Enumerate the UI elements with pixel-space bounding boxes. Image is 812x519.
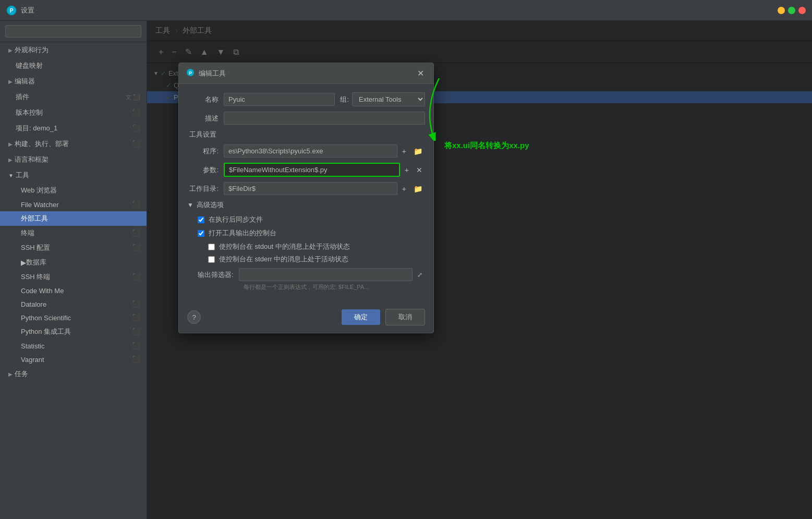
- sidebar-label-vcs: 版本控制: [16, 108, 43, 117]
- sidebar-item-datalore[interactable]: Datalore ⬛: [0, 297, 147, 311]
- sidebar-label-appearance: 外观和行为: [15, 45, 49, 55]
- dialog-logo-icon: P: [186, 68, 195, 78]
- sidebar-item-terminal[interactable]: 终端 ⬛: [0, 226, 147, 240]
- sidebar-item-statistic[interactable]: Statistic ⬛: [0, 339, 147, 353]
- output-filter-input-wrap: ⤢: [239, 268, 425, 281]
- statistic-badge-icon: ⬛: [132, 342, 140, 350]
- sync-files-checkbox[interactable]: [198, 216, 204, 223]
- maximize-button[interactable]: [788, 7, 795, 14]
- sidebar-label-languages: 语言和框架: [15, 155, 49, 164]
- help-button[interactable]: ?: [187, 310, 201, 324]
- stderr-checkbox[interactable]: [208, 256, 215, 263]
- sidebar-label-python-integrated: Python 集成工具: [21, 327, 71, 336]
- group-select-wrap: 组: External Tools: [340, 92, 425, 106]
- expand-arrow-icon: ▶: [8, 141, 13, 147]
- sidebar-label-keymap: 键盘映射: [16, 61, 43, 70]
- sidebar-item-ssh-terminal[interactable]: SSH 终端 ⬛: [0, 270, 147, 284]
- terminal-badge-icon: ⬛: [132, 229, 140, 237]
- name-input[interactable]: [224, 93, 335, 106]
- workdir-label: 工作目录:: [187, 184, 219, 194]
- output-filter-input[interactable]: [239, 268, 413, 281]
- params-add-macro-button[interactable]: +: [402, 164, 411, 176]
- program-add-macro-button[interactable]: +: [399, 146, 409, 157]
- annotation-arrow-icon: [418, 78, 450, 141]
- sidebar-item-plugins[interactable]: 插件 文 ⬛: [0, 89, 147, 105]
- search-input[interactable]: [5, 25, 141, 38]
- group-select[interactable]: External Tools: [352, 92, 425, 106]
- edit-tool-dialog: P 编辑工具 ✕ 名称 组:: [178, 63, 434, 333]
- sidebar-item-web-browser[interactable]: Web 浏览器: [0, 183, 147, 198]
- name-group-row: 名称 组: External Tools: [187, 92, 425, 106]
- dialog-body: 名称 组: External Tools 描述: [179, 84, 433, 304]
- dialog-footer: ? 确定 取消: [179, 304, 433, 333]
- sidebar-label-database: 数据库: [26, 258, 46, 267]
- main-panel: 工具 › 外部工具 + − ✎ ▲ ▼ ⧉ ▼ ✓ External Tools: [147, 21, 812, 519]
- sidebar-item-appearance[interactable]: ▶ 外观和行为: [0, 42, 147, 58]
- sidebar-item-vagrant[interactable]: Vagrant ⬛: [0, 353, 147, 366]
- workdir-row: 工作目录: + 📁: [187, 182, 425, 195]
- expand-arrow-icon: ▶: [8, 79, 13, 85]
- console-label: 打开工具输出的控制台: [209, 228, 276, 238]
- sync-files-label: 在执行后同步文件: [209, 215, 263, 224]
- output-filter-expand-button[interactable]: ⤢: [415, 270, 425, 280]
- sidebar-label-plugins: 插件: [16, 92, 29, 102]
- workdir-add-macro-button[interactable]: +: [399, 183, 409, 195]
- vagrant-badge-icon: ⬛: [132, 355, 140, 364]
- sidebar-label-project: 项目: demo_1: [16, 124, 57, 133]
- output-filter-label: 输出筛选器:: [198, 270, 234, 280]
- desc-input[interactable]: [224, 112, 425, 125]
- sidebar-item-external-tools[interactable]: 外部工具: [0, 211, 147, 226]
- sidebar-label-task: 任务: [15, 369, 28, 379]
- group-label: 组:: [340, 95, 349, 104]
- sidebar-item-code-with-me[interactable]: Code With Me: [0, 284, 147, 297]
- sync-files-row: 在执行后同步文件: [187, 215, 425, 224]
- sidebar-item-keymap[interactable]: 键盘映射: [0, 58, 147, 74]
- expand-arrow-icon: ▶: [8, 371, 13, 377]
- file-watcher-badge-icon: ⬛: [132, 200, 140, 209]
- expand-arrow-icon: ▼: [8, 173, 14, 178]
- params-label: 参数:: [187, 165, 219, 175]
- sidebar-item-file-watcher[interactable]: File Watcher ⬛: [0, 198, 147, 211]
- stdout-row: 使控制台在 stdout 中的消息上处于活动状态: [187, 242, 425, 251]
- minimize-button[interactable]: [778, 7, 785, 14]
- advanced-toggle[interactable]: ▼ 高级选项: [187, 200, 425, 210]
- sidebar-item-vcs[interactable]: 版本控制 ⬛: [0, 105, 147, 120]
- sidebar-item-task[interactable]: ▶ 任务: [0, 366, 147, 382]
- sidebar-label-editor: 编辑器: [15, 77, 35, 86]
- sidebar-label-ssh-config: SSH 配置: [21, 243, 50, 252]
- vcs-badge-icon: ⬛: [132, 108, 140, 117]
- params-clear-button[interactable]: ✕: [414, 164, 425, 176]
- confirm-button[interactable]: 确定: [342, 309, 380, 325]
- program-browse-button[interactable]: 📁: [411, 146, 425, 157]
- python-integrated-badge-icon: ⬛: [132, 328, 140, 336]
- workdir-input[interactable]: [224, 182, 397, 195]
- sidebar-item-python-integrated[interactable]: Python 集成工具 ⬛: [0, 324, 147, 339]
- advanced-section: ▼ 高级选项 在执行后同步文件 打开工具输出的控制台: [187, 200, 425, 295]
- workdir-input-wrap: + 📁: [224, 182, 425, 195]
- name-label: 名称: [187, 95, 219, 104]
- window-title: 设置: [21, 6, 34, 15]
- datalore-badge-icon: ⬛: [132, 300, 140, 308]
- params-row: 参数: + ✕: [187, 163, 425, 177]
- sidebar-label-build: 构建、执行、部署: [15, 139, 69, 149]
- sidebar-item-ssh-config[interactable]: SSH 配置 ⬛: [0, 240, 147, 255]
- close-window-button[interactable]: [798, 7, 806, 14]
- stdout-checkbox[interactable]: [208, 244, 215, 250]
- sidebar-item-build[interactable]: ▶ 构建、执行、部署 ⬛: [0, 136, 147, 152]
- cancel-button[interactable]: 取消: [385, 309, 425, 325]
- expand-arrow-icon: ▶: [21, 259, 26, 267]
- dialog-close-button[interactable]: ✕: [415, 68, 426, 78]
- window-controls: [778, 7, 806, 14]
- sidebar-item-languages[interactable]: ▶ 语言和框架: [0, 152, 147, 167]
- workdir-browse-button[interactable]: 📁: [411, 183, 425, 195]
- open-console-checkbox[interactable]: [198, 230, 204, 237]
- sidebar-item-project[interactable]: 项目: demo_1 ⬛: [0, 120, 147, 136]
- program-input[interactable]: [224, 144, 397, 158]
- params-input[interactable]: [224, 163, 400, 177]
- sidebar-item-tools[interactable]: ▼ 工具: [0, 167, 147, 183]
- sidebar-item-editor[interactable]: ▶ 编辑器: [0, 74, 147, 89]
- sidebar-item-python-scientific[interactable]: Python Scientific ⬛: [0, 311, 147, 324]
- dialog-overlay: P 编辑工具 ✕ 名称 组:: [147, 21, 812, 519]
- sidebar-item-database[interactable]: ▶ 数据库: [0, 255, 147, 270]
- stdout-label: 使控制台在 stdout 中的消息上处于活动状态: [219, 242, 350, 251]
